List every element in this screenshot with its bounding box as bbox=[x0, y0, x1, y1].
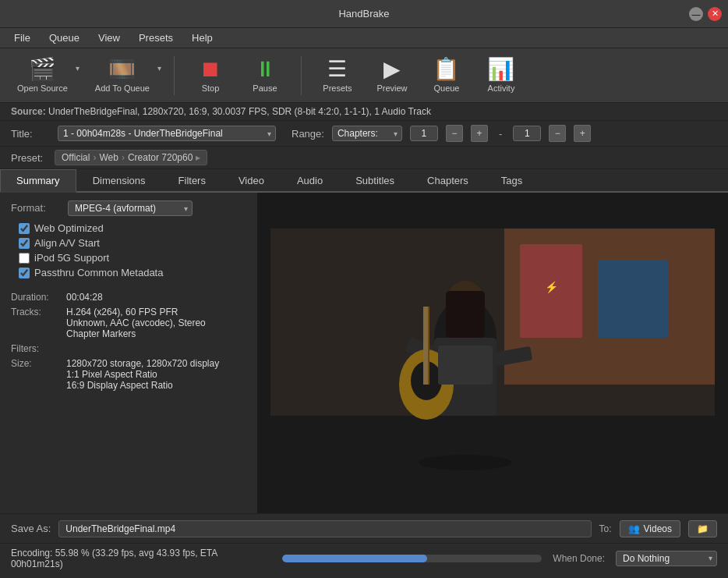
progress-bar-wrapper bbox=[282, 555, 542, 562]
videos-icon: 👥 bbox=[628, 523, 640, 534]
toolbar-sep-2 bbox=[301, 56, 302, 95]
chapters-wrapper: Chapters: ▾ bbox=[332, 126, 402, 141]
open-source-button[interactable]: 🎬 Open Source bbox=[9, 55, 76, 96]
start-chapter-decrement[interactable]: − bbox=[446, 125, 463, 142]
range-label: Range: bbox=[292, 128, 324, 140]
main-content: Format: MPEG-4 (avformat) ▾ Web Optimize… bbox=[0, 193, 728, 513]
stop-button[interactable]: ⏹ Stop bbox=[187, 55, 234, 96]
preset-creator: Creator 720p60 bbox=[128, 152, 193, 163]
add-to-queue-button[interactable]: 🎞️ Add To Queue bbox=[87, 55, 157, 96]
when-done-label: When Done: bbox=[553, 553, 605, 564]
svg-text:⚡: ⚡ bbox=[545, 281, 559, 294]
open-source-group: 🎬 Open Source ▾ bbox=[9, 55, 80, 96]
queue-icon: 📋 bbox=[433, 59, 460, 80]
queue-button[interactable]: 📋 Queue bbox=[423, 55, 470, 96]
add-to-queue-dropdown[interactable]: ▾ bbox=[157, 64, 161, 87]
web-optimized-label: Web Optimized bbox=[34, 222, 104, 234]
activity-button[interactable]: 📊 Activity bbox=[478, 55, 525, 96]
menu-view[interactable]: View bbox=[90, 30, 128, 45]
size-line-1: 1280x720 storage, 1280x720 display bbox=[66, 358, 219, 369]
destination-label: Videos bbox=[644, 523, 672, 534]
tab-subtitles[interactable]: Subtitles bbox=[339, 169, 411, 191]
size-value: 1280x720 storage, 1280x720 display 1:1 P… bbox=[66, 358, 219, 391]
filters-row: Filters: bbox=[11, 343, 246, 354]
film-icon: 🎬 bbox=[29, 59, 56, 80]
format-label: Format: bbox=[11, 200, 62, 214]
size-label: Size: bbox=[11, 358, 62, 391]
progress-bar bbox=[282, 555, 428, 562]
title-field-label: Title: bbox=[11, 128, 50, 140]
toolbar-sep-1 bbox=[174, 56, 175, 95]
end-chapter-input[interactable] bbox=[513, 126, 541, 141]
pause-button[interactable]: ⏸ Pause bbox=[242, 55, 288, 96]
tracks-value: H.264 (x264), 60 FPS PFR Unknown, AAC (a… bbox=[66, 307, 206, 339]
size-line-2: 1:1 Pixel Aspect Ratio bbox=[66, 369, 219, 380]
end-chapter-increment[interactable]: + bbox=[574, 125, 591, 142]
chapter-dash: - bbox=[499, 128, 502, 140]
preview-icon: ▶ bbox=[383, 59, 401, 80]
source-value: UnderTheBridgeFinal, 1280x720, 16:9, 30.… bbox=[48, 106, 431, 117]
preset-sep-1: › bbox=[93, 152, 96, 163]
tab-video[interactable]: Video bbox=[222, 169, 281, 191]
duration-label: Duration: bbox=[11, 292, 62, 303]
destination-button[interactable]: 👥 Videos bbox=[620, 520, 680, 537]
menu-file[interactable]: File bbox=[6, 30, 38, 45]
format-select[interactable]: MPEG-4 (avformat) bbox=[68, 200, 193, 216]
menu-queue[interactable]: Queue bbox=[41, 30, 87, 45]
tab-chapters[interactable]: Chapters bbox=[411, 169, 485, 191]
preview-label: Preview bbox=[376, 83, 407, 93]
save-filename-input[interactable] bbox=[58, 520, 591, 537]
ipod-row: iPod 5G Support bbox=[11, 252, 246, 264]
titlebar: HandBrake — ✕ bbox=[0, 0, 728, 28]
presets-button[interactable]: ☰ Presets bbox=[314, 55, 361, 96]
start-chapter-input[interactable] bbox=[410, 126, 438, 141]
menu-help[interactable]: Help bbox=[184, 30, 221, 45]
duration-value: 00:04:28 bbox=[66, 292, 103, 303]
ipod-checkbox[interactable] bbox=[19, 253, 30, 264]
minimize-button[interactable]: — bbox=[689, 7, 703, 21]
tracks-line-3: Chapter Markers bbox=[66, 328, 206, 339]
align-av-checkbox[interactable] bbox=[19, 238, 30, 249]
format-select-wrapper: MPEG-4 (avformat) ▾ bbox=[68, 200, 193, 216]
passthru-row: Passthru Common Metadata bbox=[11, 267, 246, 278]
tracks-label: Tracks: bbox=[11, 307, 62, 339]
preset-row: Preset: Official › Web › Creator 720p60 … bbox=[0, 147, 728, 169]
preset-path[interactable]: Official › Web › Creator 720p60 ▸ bbox=[55, 150, 207, 165]
align-av-label: Align A/V Start bbox=[34, 237, 100, 249]
tabs: Summary Dimensions Filters Video Audio S… bbox=[0, 169, 728, 193]
menu-presets[interactable]: Presets bbox=[131, 30, 181, 45]
open-source-dropdown[interactable]: ▾ bbox=[76, 64, 80, 87]
presets-label: Presets bbox=[323, 83, 352, 93]
when-done-wrapper: Do NothingShutdownHibernateSleepLog OffQ… bbox=[616, 551, 717, 566]
tracks-line-2: Unknown, AAC (avcodec), Stereo bbox=[66, 317, 206, 328]
web-optimized-row: Web Optimized bbox=[11, 222, 246, 234]
start-chapter-increment[interactable]: + bbox=[471, 125, 488, 142]
tab-summary[interactable]: Summary bbox=[0, 169, 76, 193]
svg-rect-19 bbox=[438, 346, 493, 385]
pause-label: Pause bbox=[253, 83, 277, 93]
stop-icon: ⏹ bbox=[200, 59, 221, 80]
to-label: To: bbox=[599, 523, 612, 534]
when-done-select[interactable]: Do NothingShutdownHibernateSleepLog OffQ… bbox=[616, 551, 717, 566]
browse-button[interactable]: 📁 bbox=[688, 520, 717, 537]
encoding-bar: Encoding: 55.98 % (33.29 fps, avg 43.93 … bbox=[0, 543, 728, 573]
close-button[interactable]: ✕ bbox=[708, 7, 722, 21]
tab-dimensions[interactable]: Dimensions bbox=[76, 169, 162, 191]
svg-rect-4 bbox=[598, 260, 668, 338]
tab-filters[interactable]: Filters bbox=[162, 169, 222, 191]
preview-button[interactable]: ▶ Preview bbox=[369, 55, 415, 96]
chapters-select[interactable]: Chapters: bbox=[332, 126, 402, 141]
align-av-row: Align A/V Start bbox=[11, 237, 246, 249]
end-chapter-decrement[interactable]: − bbox=[549, 125, 566, 142]
passthru-checkbox[interactable] bbox=[19, 268, 30, 278]
filters-label: Filters: bbox=[11, 343, 62, 354]
passthru-label: Passthru Common Metadata bbox=[34, 267, 163, 278]
web-optimized-checkbox[interactable] bbox=[19, 223, 30, 234]
tab-audio[interactable]: Audio bbox=[281, 169, 339, 191]
preset-sep-2: › bbox=[122, 152, 125, 163]
open-source-label: Open Source bbox=[17, 83, 68, 93]
bottom-bar: Save As: To: 👥 Videos 📁 bbox=[0, 513, 728, 543]
title-select[interactable]: 1 - 00h04m28s - UnderTheBridgeFinal bbox=[58, 126, 276, 141]
encoding-text: Encoding: 55.98 % (33.29 fps, avg 43.93 … bbox=[11, 548, 271, 569]
tab-tags[interactable]: Tags bbox=[485, 169, 539, 191]
